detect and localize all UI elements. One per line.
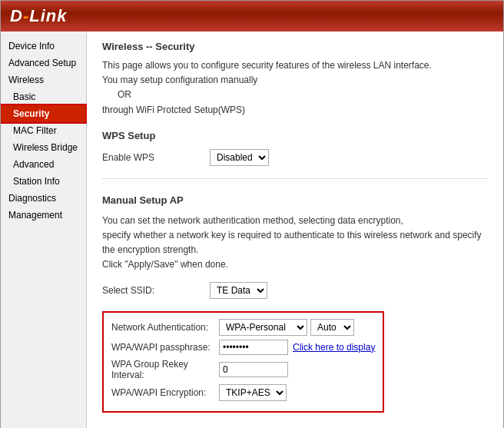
- page-title: Wireless -- Security: [102, 41, 488, 52]
- sidebar-item-station-info[interactable]: Station Info: [1, 173, 86, 190]
- manual-section: Manual Setup AP You can set the network …: [102, 194, 488, 428]
- wpa-passphrase-row: WPA/WAPI passphrase: Click here to displ…: [111, 340, 375, 355]
- manual-section-title: Manual Setup AP: [102, 194, 488, 206]
- header: D-Link: [1, 1, 503, 32]
- logo: D-Link: [10, 6, 67, 26]
- wpa-rekey-input[interactable]: [219, 362, 288, 377]
- network-auth-label: Network Authentication:: [111, 322, 219, 333]
- wpa-encryption-label: WPA/WAPI Encryption:: [111, 387, 219, 398]
- logo-dash: -: [23, 6, 29, 25]
- sidebar-item-device-info[interactable]: Device Info: [1, 38, 86, 55]
- main-layout: Device Info Advanced Setup Wireless Basi…: [1, 32, 503, 428]
- sidebar-item-wireless-bridge[interactable]: Wireless Bridge: [1, 139, 86, 156]
- ssid-label: Select SSID:: [102, 285, 210, 296]
- sidebar-item-management[interactable]: Management: [1, 207, 86, 224]
- content-area: Wireless -- Security This page allows yo…: [87, 32, 503, 428]
- wps-section-title: WPS Setup: [102, 130, 488, 141]
- sidebar-item-advanced[interactable]: Advanced: [1, 156, 86, 173]
- logo-link: Link: [29, 6, 67, 25]
- wpa-rekey-row: WPA Group Rekey Interval:: [111, 359, 375, 380]
- ssid-select[interactable]: TE Data: [210, 282, 267, 299]
- page-description: This page allows you to configure securi…: [102, 58, 488, 118]
- ssid-row: Select SSID: TE Data: [102, 282, 488, 299]
- logo-d: D: [10, 6, 23, 25]
- wpa-encryption-row: WPA/WAPI Encryption: TKIP AES TKIP+AES: [111, 384, 375, 401]
- network-auth-sub-select[interactable]: Auto TKIP AES: [310, 319, 354, 336]
- manual-description: You can set the network authentication m…: [102, 214, 488, 273]
- sidebar-item-mac-filter[interactable]: MAC Filter: [1, 122, 86, 139]
- wps-enable-select[interactable]: Disabled Enabled: [210, 149, 269, 166]
- sidebar-item-diagnostics[interactable]: Diagnostics: [1, 190, 86, 207]
- wps-section: WPS Setup Enable WPS Disabled Enabled: [102, 130, 488, 179]
- sidebar-item-security[interactable]: Security: [1, 105, 86, 122]
- wpa-settings-box: Network Authentication: Open Shared 802.…: [102, 311, 384, 413]
- click-here-link[interactable]: Click here to display: [293, 342, 375, 353]
- wpa-passphrase-label: WPA/WAPI passphrase:: [111, 342, 219, 353]
- wps-enable-row: Enable WPS Disabled Enabled: [102, 149, 488, 166]
- wpa-rekey-label: WPA Group Rekey Interval:: [111, 359, 219, 380]
- wpa-passphrase-input[interactable]: [219, 340, 288, 355]
- wpa-encryption-select[interactable]: TKIP AES TKIP+AES: [219, 384, 287, 401]
- network-auth-select[interactable]: Open Shared 802.1X WPA WPA-Personal WPA2…: [219, 319, 307, 336]
- sidebar-item-advanced-setup[interactable]: Advanced Setup: [1, 55, 86, 71]
- wps-enable-label: Enable WPS: [102, 152, 210, 163]
- sidebar-item-basic[interactable]: Basic: [1, 88, 86, 105]
- sidebar: Device Info Advanced Setup Wireless Basi…: [1, 32, 87, 428]
- sidebar-item-wireless[interactable]: Wireless: [1, 71, 86, 88]
- network-auth-row: Network Authentication: Open Shared 802.…: [111, 319, 375, 336]
